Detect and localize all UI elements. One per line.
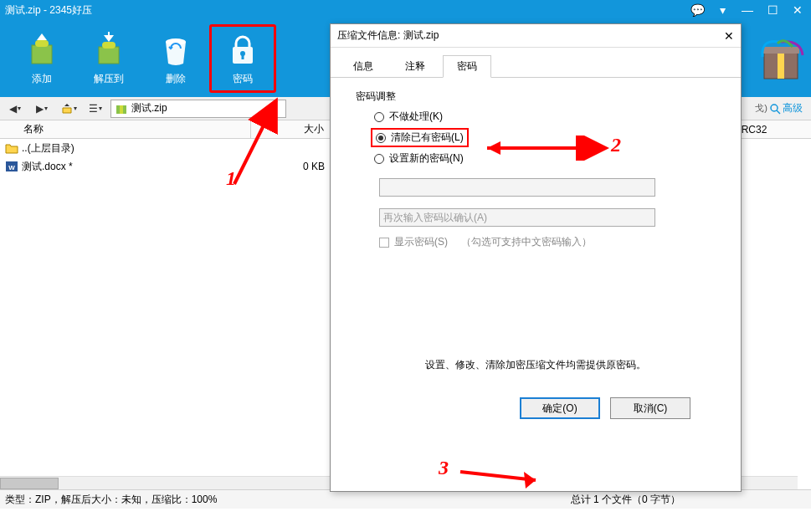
add-icon — [23, 32, 60, 69]
arrow-2 — [477, 136, 619, 161]
dialog-close-button[interactable]: ✕ — [724, 29, 734, 43]
checkbox-icon — [379, 238, 389, 248]
cancel-button[interactable]: 取消(C) — [610, 397, 690, 419]
arrow-3 — [452, 460, 561, 494]
fieldset-label: 密码调整 — [356, 90, 716, 104]
up-button[interactable]: ▾ — [57, 100, 80, 118]
radio-clear[interactable]: 清除已有密码(L) — [371, 128, 469, 147]
dropdown-icon[interactable]: ▾ — [714, 3, 731, 17]
annotation-2: 2 — [611, 134, 621, 156]
svg-line-20 — [234, 100, 276, 184]
winrar-icon — [759, 38, 808, 87]
dialog-title: 压缩文件信息: 测试.zip — [337, 28, 439, 43]
dialog-body: 密码调整 不做处理(K) 清除已有密码(L) 设置新的密码(N) 再次输入密码以… — [331, 78, 741, 431]
minimize-icon[interactable]: — — [739, 3, 756, 17]
window-controls: 💬 ▾ — ☐ ✕ — [689, 3, 806, 17]
svg-rect-13 — [762, 47, 799, 54]
show-password-checkbox[interactable]: 显示密码(S) （勾选可支持中文密码输入） — [379, 235, 716, 249]
svg-rect-4 — [102, 42, 115, 49]
annotation-3: 3 — [439, 457, 449, 479]
svg-line-17 — [777, 110, 780, 114]
advanced-link[interactable]: 戈) 高级 — [755, 101, 808, 115]
extract-icon — [90, 32, 127, 69]
search-icon — [769, 103, 781, 115]
svg-rect-2 — [41, 35, 43, 39]
back-button[interactable]: ◀▾ — [3, 100, 27, 118]
svg-rect-15 — [120, 105, 123, 114]
dialog-note: 设置、修改、清除加密压缩文件均需提供原密码。 — [356, 358, 716, 372]
svg-rect-5 — [108, 32, 110, 36]
add-label: 添加 — [32, 72, 52, 86]
maximize-icon[interactable]: ☐ — [764, 3, 781, 17]
dialog-title-bar: 压缩文件信息: 测试.zip ✕ — [331, 24, 741, 48]
password-icon — [224, 32, 261, 69]
tab-info[interactable]: 信息 — [339, 55, 388, 78]
tab-password[interactable]: 密码 — [443, 55, 491, 78]
delete-button[interactable]: 删除 — [142, 24, 209, 93]
password-confirm-input[interactable]: 再次输入密码以确认(A) — [379, 208, 655, 227]
radio-icon — [376, 133, 386, 143]
extract-button[interactable]: 解压到 — [75, 24, 142, 93]
tab-comment[interactable]: 注释 — [391, 55, 439, 78]
add-button[interactable]: 添加 — [8, 24, 75, 93]
svg-point-16 — [771, 105, 778, 111]
status-bar: 类型：ZIP，解压后大小：未知，压缩比：100% 总计 1 个文件（0 字节） — [0, 490, 811, 509]
svg-rect-0 — [32, 45, 52, 64]
extract-label: 解压到 — [94, 72, 124, 86]
delete-icon — [157, 32, 194, 69]
password-dialog: 压缩文件信息: 测试.zip ✕ 信息 注释 密码 密码调整 不做处理(K) 清… — [330, 23, 742, 492]
svg-rect-12 — [778, 50, 784, 79]
close-icon[interactable]: ✕ — [789, 3, 806, 17]
annotation-1: 1 — [226, 167, 236, 190]
archive-icon — [115, 102, 128, 115]
password-input[interactable] — [379, 178, 655, 197]
view-button[interactable]: ☰▾ — [84, 100, 107, 118]
svg-text:W: W — [8, 164, 15, 171]
forward-button[interactable]: ▶▾ — [30, 100, 54, 118]
svg-rect-3 — [99, 47, 119, 64]
svg-rect-1 — [35, 40, 49, 47]
docx-icon: W — [5, 160, 18, 173]
radio-icon — [374, 154, 384, 164]
password-button[interactable]: 密码 — [209, 24, 276, 93]
folder-icon — [5, 141, 18, 155]
status-right: 总计 1 个文件（0 字节） — [571, 493, 806, 507]
chat-icon[interactable]: 💬 — [689, 3, 706, 17]
radio-none[interactable]: 不做处理(K) — [371, 109, 716, 125]
dialog-tabs: 信息 注释 密码 — [331, 48, 741, 78]
svg-rect-9 — [242, 54, 244, 59]
dialog-buttons: 确定(O) 取消(C) — [356, 372, 716, 419]
radio-icon — [374, 112, 384, 122]
status-left: 类型：ZIP，解压后大小：未知，压缩比：100% — [5, 493, 571, 507]
title-bar: 测试.zip - 2345好压 💬 ▾ — ☐ ✕ — [0, 0, 811, 20]
ok-button[interactable]: 确定(O) — [520, 397, 600, 419]
window-title: 测试.zip - 2345好压 — [5, 3, 689, 18]
